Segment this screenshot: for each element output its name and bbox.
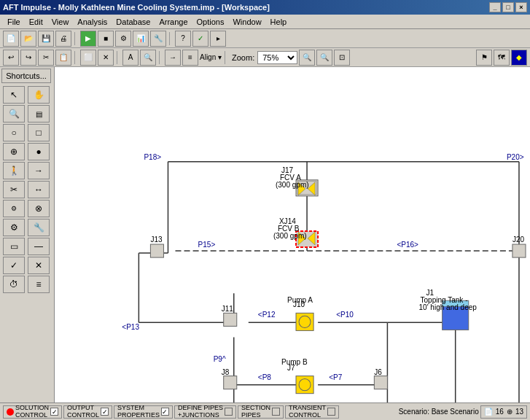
btn7[interactable]: ✓ xyxy=(192,31,209,47)
sep1 xyxy=(74,32,77,45)
sep5 xyxy=(159,51,162,64)
tool-select[interactable]: ↖ xyxy=(3,86,25,104)
scenario-label: Scenario: Base Scenario xyxy=(399,408,479,416)
pipe-p15-label: P15> xyxy=(198,241,216,249)
define-check[interactable] xyxy=(225,408,233,416)
output-control-status[interactable]: OUTPUTCONTROL ✓ xyxy=(63,405,112,419)
close-button[interactable]: × xyxy=(515,2,527,12)
menu-edit[interactable]: Edit xyxy=(25,16,47,28)
minimize-button[interactable]: _ xyxy=(489,2,501,12)
btn3[interactable]: ⚙ xyxy=(115,31,131,47)
tool-gear[interactable]: ⚙ xyxy=(3,219,25,236)
flow-button[interactable]: → xyxy=(165,50,181,66)
select-button[interactable]: ⬜ xyxy=(80,50,96,66)
tool-walk[interactable]: 🚶 xyxy=(3,162,25,179)
redo-button[interactable]: ↪ xyxy=(20,50,36,66)
svg-rect-40 xyxy=(224,376,237,389)
solution-control-status[interactable]: SOLUTIONCONTROL ✓ xyxy=(3,405,62,419)
tool-zoom[interactable]: 🔍 xyxy=(3,105,25,122)
zoom-in-button[interactable]: 🔍 xyxy=(299,50,315,66)
pipe-p16-label: <P16> xyxy=(397,241,418,249)
zoom-select[interactable]: 75% 100% 50% xyxy=(257,51,297,64)
print-button[interactable]: 🖨 xyxy=(55,31,71,47)
tool-wrench[interactable]: 🔧 xyxy=(28,219,50,236)
section-pipes-status[interactable]: SECTIONPIPES xyxy=(238,405,284,419)
new-button[interactable]: 📄 xyxy=(3,31,19,47)
sep3 xyxy=(74,51,77,64)
btn6[interactable]: ? xyxy=(175,31,191,47)
tool-arrow[interactable]: → xyxy=(28,162,50,179)
tool-dbl-arrow[interactable]: ↔ xyxy=(28,181,50,198)
canvas-svg: P18> P20> P15> <P16> <P13 <P12 <P10 P9^ … xyxy=(55,67,530,402)
pipe-icon: 📄 xyxy=(484,408,493,416)
tool-scissors[interactable]: ✂ xyxy=(3,181,25,198)
run-button[interactable]: ▶ xyxy=(80,31,96,47)
find-button[interactable]: 🔍 xyxy=(140,50,156,66)
stop-button[interactable]: ■ xyxy=(98,31,114,47)
system-properties-status[interactable]: SYSTEMPROPERTIES ✓ xyxy=(114,405,173,419)
fit-button[interactable]: ⊡ xyxy=(334,50,350,66)
btn4[interactable]: 📊 xyxy=(133,31,149,47)
tool-table[interactable]: ▤ xyxy=(28,105,50,122)
menu-view[interactable]: View xyxy=(47,16,74,28)
copy-button[interactable]: 📋 xyxy=(55,50,71,66)
tool-hand[interactable]: ✋ xyxy=(28,86,50,104)
menu-options[interactable]: Options xyxy=(192,16,229,28)
menu-arrange[interactable]: Arrange xyxy=(155,16,192,28)
tool-tank[interactable]: ▭ xyxy=(3,238,25,255)
window-controls[interactable]: _ □ × xyxy=(489,2,527,12)
btn8[interactable]: ▸ xyxy=(210,31,226,47)
delete-button[interactable]: ✕ xyxy=(98,50,114,66)
tool-junction[interactable]: ⊕ xyxy=(3,143,25,160)
zoom-out-button[interactable]: 🔍 xyxy=(316,50,332,66)
menu-help[interactable]: Help xyxy=(266,16,292,28)
define-pipes-status[interactable]: DEFINE PIPES+JUNCTIONS xyxy=(174,405,236,419)
transient-control-status[interactable]: TRANSIENTCONTROL xyxy=(285,405,339,419)
tool-pump[interactable]: ⚙ xyxy=(3,200,25,217)
tool-ellipse[interactable]: ○ xyxy=(3,124,25,141)
svg-rect-36 xyxy=(150,244,163,257)
section-check[interactable] xyxy=(272,408,280,416)
btn5[interactable]: 🔧 xyxy=(150,31,166,47)
tool-x[interactable]: ✕ xyxy=(28,257,50,274)
tb-extra3[interactable]: ◆ xyxy=(511,50,527,66)
pipe-count: 16 xyxy=(496,408,504,416)
svg-rect-35 xyxy=(513,244,526,257)
align-label: Align ▾ xyxy=(200,50,222,66)
open-button[interactable]: 📂 xyxy=(20,31,36,47)
tool-valve[interactable]: ⊗ xyxy=(28,200,50,217)
tool-settings[interactable]: ≡ xyxy=(28,276,50,293)
tool-pipe[interactable]: — xyxy=(28,238,50,255)
save-button[interactable]: 💾 xyxy=(38,31,54,47)
tool-circle2[interactable]: ● xyxy=(28,143,50,160)
solution-check[interactable]: ✓ xyxy=(50,408,58,416)
menu-file[interactable]: File xyxy=(3,16,25,28)
title-bar: AFT Impulse - Molly Kathleen Mine Coolin… xyxy=(0,0,530,15)
tb-extra2[interactable]: 🗺 xyxy=(494,50,510,66)
tool-check[interactable]: ✓ xyxy=(3,257,25,274)
menu-analysis[interactable]: Analysis xyxy=(73,16,112,28)
cut-button[interactable]: ✂ xyxy=(38,50,54,66)
tool-rect[interactable]: □ xyxy=(28,124,50,141)
menu-database[interactable]: Database xyxy=(112,16,155,28)
maximize-button[interactable]: □ xyxy=(502,2,514,12)
j10-pump-label: Pump A xyxy=(287,296,313,304)
xj14-gpm-label: (300 gpm) xyxy=(273,232,307,240)
undo-button[interactable]: ↩ xyxy=(3,50,19,66)
menu-bar: File Edit View Analysis Database Arrange… xyxy=(0,15,530,29)
transient-label: TRANSIENTCONTROL xyxy=(289,405,326,419)
output-check[interactable]: ✓ xyxy=(101,408,109,416)
system-check[interactable]: ✓ xyxy=(161,408,169,416)
shortcuts-button[interactable]: Shortcuts... xyxy=(1,69,51,83)
svg-rect-37 xyxy=(224,313,237,326)
menu-window[interactable]: Window xyxy=(228,16,265,28)
annotate-button[interactable]: A xyxy=(122,50,139,66)
title-text: AFT Impulse - Molly Kathleen Mine Coolin… xyxy=(3,3,489,12)
align-button[interactable]: ≡ xyxy=(182,50,198,66)
tool-clock[interactable]: ⏱ xyxy=(3,276,25,293)
j6-label: J6 xyxy=(374,368,382,376)
transient-check[interactable] xyxy=(327,408,335,416)
tb-extra1[interactable]: ⚑ xyxy=(476,50,492,66)
solution-dot xyxy=(7,408,14,416)
canvas-area[interactable]: P18> P20> P15> <P16> <P13 <P12 <P10 P9^ … xyxy=(55,67,530,402)
